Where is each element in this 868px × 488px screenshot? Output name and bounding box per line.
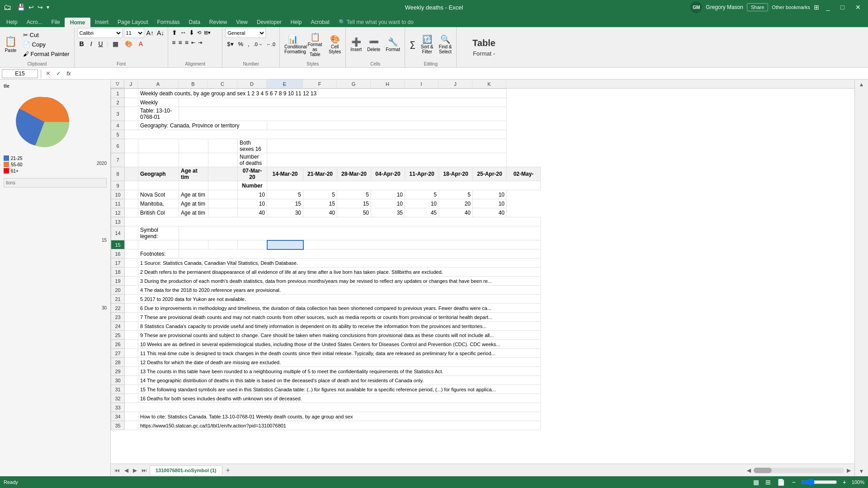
row-header[interactable]: 10 [111,190,125,199]
undo-button[interactable]: ↩ [28,3,35,12]
cell-k11[interactable]: 10 [473,199,507,208]
cell-a8[interactable]: Geograph [138,167,179,181]
col-header-e[interactable]: E [267,80,303,88]
cell-a12[interactable]: British Col [138,208,179,217]
row-header[interactable]: 31 [111,385,125,394]
col-header-i[interactable]: I [405,80,439,88]
cell-j16[interactable] [125,249,138,258]
cell-j3[interactable] [125,107,138,121]
tab-home[interactable]: Home [65,18,90,28]
align-center-button[interactable]: ≡ [177,38,183,47]
cell-g11[interactable]: 15 [337,199,371,208]
paste-button[interactable]: 📋 Paste [2,35,19,54]
row-header[interactable]: 20 [111,286,125,295]
row-header[interactable]: 2 [111,98,125,107]
cell-j11[interactable] [125,199,138,208]
sheet-nav-last[interactable]: ⏭ [140,466,149,474]
cell-d12[interactable]: 40 [238,208,267,217]
align-top-button[interactable]: ⬆ [171,28,178,37]
cell-f8[interactable]: 21-Mar-20 [303,167,337,181]
row-header[interactable]: 16 [111,249,125,258]
scroll-up-button[interactable]: ▲ [859,81,864,88]
cell-c15[interactable] [208,240,238,249]
cell-h11[interactable]: 10 [371,199,405,208]
delete-cells-button[interactable]: ➖Delete [365,35,382,54]
cell-b15[interactable] [179,240,208,249]
zoom-plus-button[interactable]: + [841,478,848,487]
maximize-button[interactable]: □ [837,3,848,12]
col-header-b[interactable]: B [179,80,208,88]
format-cells-button[interactable]: 🔧Format [384,35,402,54]
cell-i10[interactable]: 5 [405,190,439,199]
bookmarks-button[interactable]: Other bookmarks [772,5,810,10]
cell-e10[interactable]: 5 [267,190,303,199]
row-header[interactable]: 29 [111,367,125,376]
format-painter-button[interactable]: 🖌 Format Painter [20,50,72,58]
col-header-k[interactable]: K [472,80,506,88]
conditional-formatting-button[interactable]: 📊 ConditionalFormatting [283,33,303,56]
wrap-text-button[interactable]: ⟲ [196,28,202,37]
row-header[interactable]: 35 [111,421,125,430]
decrease-decimal-button[interactable]: ←.0 [265,41,277,48]
cell-g8[interactable]: 28-Mar-20 [337,167,371,181]
normal-view-button[interactable]: ▦ [752,478,760,487]
tab-data[interactable]: Data [184,17,204,27]
row-header[interactable]: 24 [111,322,125,331]
cell-f12[interactable]: 40 [303,208,337,217]
cell-j11b[interactable]: 20 [439,199,473,208]
cut-button[interactable]: ✂ Cut [20,31,72,39]
cell-a4[interactable]: Geography: Canada, Province or territory [138,121,267,130]
col-header-c[interactable]: C [208,80,237,88]
tab-acrobat[interactable]: Acrobat [306,17,334,27]
save-button[interactable]: 💾 [16,3,26,12]
horizontal-scrollbar[interactable] [754,468,844,473]
cell-a3[interactable]: Table: 13-10-0768-01 [138,107,179,121]
increase-indent-button[interactable]: ⇥ [197,38,203,47]
close-button[interactable]: ✕ [852,3,864,12]
cell-d9[interactable]: Number [238,181,267,190]
align-right-button[interactable]: ≡ [184,38,189,47]
tab-view[interactable]: View [231,17,252,27]
cell-e11[interactable]: 15 [267,199,303,208]
add-sheet-button[interactable]: + [223,465,233,475]
cancel-formula-button[interactable]: ✕ [44,70,52,77]
row-header[interactable]: 25 [111,331,125,340]
row-header[interactable]: 26 [111,340,125,349]
insert-function-button[interactable]: fx [65,70,72,77]
cell-j1[interactable] [125,89,138,98]
cell-c8[interactable] [208,167,238,181]
cell-d6[interactable]: Both sexes 16 [238,139,267,153]
increase-decimal-button[interactable]: .0→ [252,41,264,48]
cell-j9[interactable] [125,181,138,190]
cell-c6[interactable] [208,139,238,153]
percent-button[interactable]: % [236,40,245,48]
formula-input[interactable] [75,69,866,78]
cell-b12[interactable]: Age at tim [179,208,208,217]
cell-e12[interactable]: 30 [267,208,303,217]
tab-formulas[interactable]: Formulas [152,17,184,27]
borders-button[interactable]: ▦ [110,39,121,48]
tab-help3[interactable]: Help [286,17,307,27]
align-bottom-button[interactable]: ⬇ [188,28,195,37]
tab-help1[interactable]: Help [2,17,22,27]
cell-reference-box[interactable] [2,69,38,78]
cell-a16[interactable]: Footnotes: [138,249,179,258]
cell-d11[interactable]: 10 [238,199,267,208]
row-header[interactable]: 22 [111,304,125,313]
tab-developer[interactable]: Developer [252,17,286,27]
cell-j2[interactable] [125,98,138,107]
cell-a15[interactable] [138,240,179,249]
font-size-select[interactable]: 11 [124,28,144,38]
cell-f11[interactable]: 15 [303,199,337,208]
redo-button[interactable]: ↪ [37,3,44,12]
page-layout-view-button[interactable]: 📄 [776,478,786,487]
row-header[interactable]: 21 [111,295,125,304]
align-middle-button[interactable]: ↔ [179,28,187,37]
col-header-j[interactable]: J [439,80,472,88]
decrease-font-button[interactable]: A↓ [156,29,165,37]
confirm-formula-button[interactable]: ✓ [54,70,63,77]
cell-a2[interactable]: Weekly [138,98,179,107]
decrease-indent-button[interactable]: ⇤ [190,38,196,47]
row-header[interactable]: 9 [111,181,125,190]
cell-a14[interactable]: Symbol legend: [138,226,179,240]
